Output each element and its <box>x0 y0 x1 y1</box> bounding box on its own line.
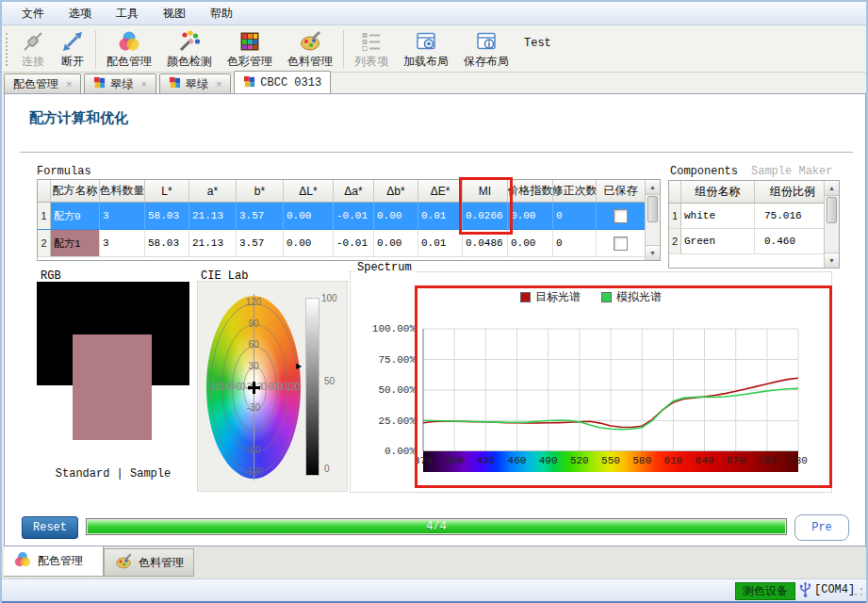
menu-options[interactable]: 选项 <box>57 3 104 24</box>
progress-text: 4/4 <box>87 519 786 534</box>
menu-tools[interactable]: 工具 <box>104 3 151 24</box>
tab-cuilv-1[interactable]: 翠绿 × <box>84 73 156 93</box>
bottom-tab-color-matching[interactable]: 配色管理 <box>4 546 104 577</box>
bottom-tab-pigment[interactable]: 色料管理 <box>104 548 194 577</box>
puzzle-icon <box>169 76 181 91</box>
formulas-label: Formulas <box>37 165 91 178</box>
progress-bar: 4/4 <box>86 518 787 535</box>
color-palette-button[interactable]: 色彩管理 <box>220 27 280 70</box>
toolbar-separator <box>95 30 96 69</box>
tab-label: 配色管理 <box>13 76 58 92</box>
formula-name-cell-1: 配方0 <box>51 203 100 230</box>
disconnect-button[interactable]: 断开 <box>53 27 92 70</box>
color-palette-icon <box>237 29 262 54</box>
menu-view[interactable]: 视图 <box>151 3 198 24</box>
save-layout-label: 保存布局 <box>464 54 509 70</box>
color-detect-label: 颜色检测 <box>167 54 212 70</box>
resize-grip[interactable] <box>854 587 863 596</box>
spectrum-panel: Spectrum 目标光谱 模拟光谱 100.00%75.00%50.00%25… <box>350 271 832 493</box>
scroll-up-icon[interactable]: ▲ <box>646 180 660 195</box>
divider <box>20 152 853 153</box>
components-header-row: 组份名称 组份比例 <box>669 181 825 204</box>
x-axis-tick-label: 370 <box>411 455 435 466</box>
statusbar: 测色设备 [COM4] <box>2 579 866 602</box>
scroll-thumb[interactable] <box>827 197 837 223</box>
tab-color-matching[interactable]: 配色管理 × <box>4 73 81 93</box>
pre-button[interactable]: Pre <box>794 514 849 541</box>
tab-sample-maker: Sample Maker <box>751 165 832 178</box>
saved-checkbox[interactable] <box>614 209 628 223</box>
app-window: 文件 选项 工具 视图 帮助 连接 断开 配色管理 <box>0 0 868 603</box>
lightness-bar[interactable] <box>305 298 319 476</box>
components-table: 组份名称 组份比例 1 white 75.016 2 Green 0.460 ▲… <box>668 180 840 269</box>
components-scrollbar[interactable]: ▲ ▼ <box>824 181 839 268</box>
y-axis-tick-label: 50.00% <box>350 384 416 396</box>
scroll-thumb[interactable] <box>647 196 658 222</box>
x-axis-tick-label: 670 <box>724 455 748 466</box>
formula-row-1[interactable]: 1 配方0 3 58.03 21.13 3.57 0.00 -0.01 0.00… <box>38 203 646 230</box>
lightness-marker-icon[interactable]: ▶ <box>296 362 302 370</box>
save-layout-icon <box>474 29 499 54</box>
formulas-table: 配方名称 色料数量 L* a* b* ΔL* Δa* Δb* ΔE* MI 价格… <box>37 179 661 261</box>
x-axis-tick-label: 520 <box>567 455 592 466</box>
formula-row-2[interactable]: 2 配方1 3 58.03 21.13 3.57 0.00 -0.01 0.00… <box>38 230 646 257</box>
color-detect-icon <box>177 29 202 54</box>
lightness-label-50: 50 <box>324 376 335 386</box>
standard-sample-caption: Standard | Sample <box>37 467 189 481</box>
component-row-1[interactable]: 1 white 75.016 <box>669 204 825 229</box>
formulas-scrollbar[interactable]: ▲ ▼ <box>645 180 660 260</box>
color-matching-button[interactable]: 配色管理 <box>99 27 159 70</box>
x-axis-tick-label: 460 <box>505 455 530 466</box>
disconnect-label: 断开 <box>61 54 84 70</box>
usb-icon <box>798 581 812 602</box>
saved-checkbox[interactable] <box>614 236 628 251</box>
connect-icon <box>21 29 45 54</box>
x-axis-tick-label: 550 <box>598 455 623 466</box>
scroll-up-icon[interactable]: ▲ <box>825 181 839 196</box>
color-matching-label: 配色管理 <box>106 54 152 70</box>
toolbar-grip[interactable] <box>6 33 10 66</box>
y-axis-tick-label: 75.00% <box>350 354 416 366</box>
close-icon[interactable]: × <box>140 79 146 90</box>
y-axis-tick-label: 0.00% <box>350 446 416 457</box>
formulas-header-row: 配方名称 色料数量 L* a* b* ΔL* Δa* Δb* ΔE* MI 价格… <box>38 180 646 203</box>
sample-color-rect <box>73 334 152 440</box>
cielab-panel: 120906030-30-90-120 -120-90-60-30 30 60 … <box>197 281 348 492</box>
color-detect-button[interactable]: 颜色检测 <box>159 27 220 70</box>
x-axis-tick-label: 610 <box>661 455 685 466</box>
tab-label: 翠绿 <box>186 76 208 92</box>
tab-cbcc-0313[interactable]: CBCC 0313 <box>234 71 331 93</box>
list-items-label: 列表项 <box>354 54 388 70</box>
formula-page: 配方计算和优化 Formulas 配方名称 色料数量 L* a* b* ΔL* … <box>4 93 866 546</box>
y-axis-tick-label: 100.00% <box>350 323 416 334</box>
tab-label: 翠绿 <box>110 76 133 92</box>
x-axis-tick-label: 490 <box>536 455 561 466</box>
page-title: 配方计算和优化 <box>29 109 128 127</box>
color-matching-icon <box>13 550 32 572</box>
menu-file[interactable]: 文件 <box>9 3 57 24</box>
load-layout-label: 加载布局 <box>403 54 449 70</box>
tab-cuilv-2[interactable]: 翠绿 × <box>159 73 231 93</box>
load-layout-button[interactable]: 加载布局 <box>396 27 456 70</box>
menu-help[interactable]: 帮助 <box>198 3 245 24</box>
bottom-tab-label: 色料管理 <box>139 555 184 571</box>
tab-label: CBCC 0313 <box>260 76 321 90</box>
component-row-2[interactable]: 2 Green 0.460 <box>669 229 825 254</box>
list-items-icon <box>359 29 384 54</box>
tab-components[interactable]: Components <box>670 165 738 178</box>
x-axis-tick-label: 580 <box>630 455 654 466</box>
test-label: Test <box>516 27 557 50</box>
pigment-button[interactable]: 色料管理 <box>280 27 340 70</box>
color-matching-icon <box>117 29 141 54</box>
close-icon[interactable]: × <box>216 79 221 90</box>
bottom-tab-label: 配色管理 <box>38 553 83 569</box>
scroll-down-icon[interactable]: ▼ <box>646 245 660 260</box>
pigment-label: 色料管理 <box>287 54 333 70</box>
cielab-color-wheel[interactable] <box>206 296 301 479</box>
close-icon[interactable]: × <box>66 79 72 90</box>
save-layout-button[interactable]: 保存布局 <box>456 27 516 70</box>
scroll-down-icon[interactable]: ▼ <box>825 253 839 268</box>
y-axis-tick-label: 25.00% <box>350 416 416 427</box>
reset-button[interactable]: Reset <box>22 516 78 539</box>
x-axis-tick-label: 640 <box>693 455 717 466</box>
